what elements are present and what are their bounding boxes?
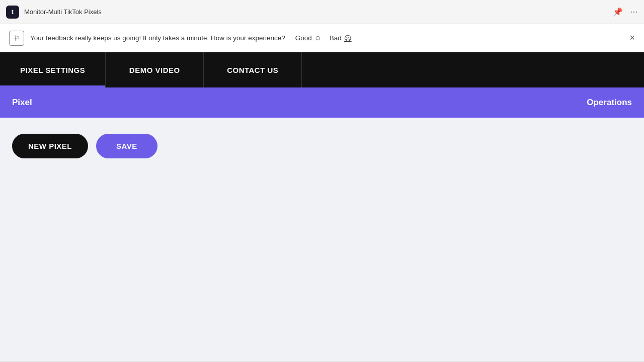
title-bar-left: t Monitor-Multi TikTok Pixels — [6, 6, 102, 19]
pin-icon[interactable]: 📌 — [613, 7, 623, 17]
tab-demo-video[interactable]: DEMO VIDEO — [106, 52, 204, 87]
table-header: Pixel Operations — [0, 87, 644, 118]
action-buttons: NEW PIXEL SAVE — [12, 134, 632, 158]
title-bar: t Monitor-Multi TikTok Pixels 📌 ⋯ — [0, 0, 644, 24]
close-feedback-button[interactable]: × — [629, 33, 635, 43]
title-bar-right: 📌 ⋯ — [613, 7, 638, 17]
tab-pixel-settings[interactable]: PIXEL SETTINGS — [0, 52, 106, 87]
feedback-flag-icon: ⚐ — [9, 31, 24, 46]
table-col-pixel: Pixel — [12, 98, 32, 108]
new-pixel-button[interactable]: NEW PIXEL — [12, 134, 88, 158]
save-button[interactable]: SAVE — [96, 134, 157, 158]
feedback-text: Your feedback really keeps us going! It … — [30, 34, 285, 42]
app-icon: t — [6, 6, 19, 19]
nav-tabs: PIXEL SETTINGS DEMO VIDEO CONTACT US — [0, 52, 644, 87]
app-title: Monitor-Multi TikTok Pixels — [24, 8, 102, 16]
bad-feedback-link[interactable]: Bad ☹ — [330, 34, 352, 42]
feedback-actions: Good ☺ Bad ☹ — [295, 34, 352, 42]
good-emoji-icon: ☺ — [314, 34, 321, 42]
table-col-operations: Operations — [587, 98, 632, 108]
feedback-banner: ⚐ Your feedback really keeps us going! I… — [0, 24, 644, 52]
tab-contact-us[interactable]: CONTACT US — [204, 52, 302, 87]
more-options-icon[interactable]: ⋯ — [630, 7, 638, 17]
bad-emoji-icon: ☹ — [344, 34, 352, 42]
feedback-left: ⚐ Your feedback really keeps us going! I… — [9, 31, 352, 46]
main-content: NEW PIXEL SAVE — [0, 118, 644, 319]
good-feedback-link[interactable]: Good ☺ — [295, 34, 321, 42]
